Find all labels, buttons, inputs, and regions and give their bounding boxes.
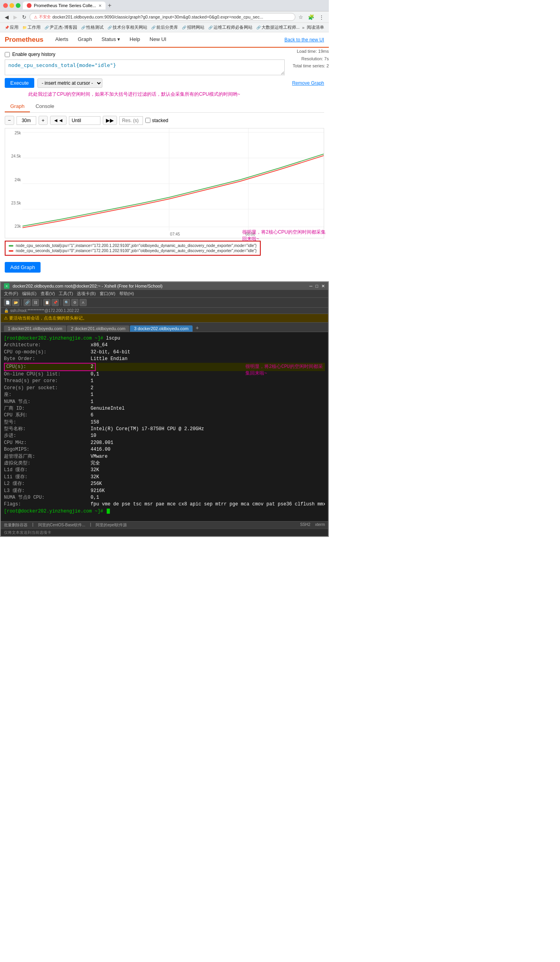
until-input[interactable] xyxy=(69,116,100,125)
back-to-new-ui-link[interactable]: Back to the new UI xyxy=(284,37,324,43)
toolbar-disconnect-icon[interactable]: ⛓ xyxy=(32,299,39,306)
tab-close-icon[interactable]: ✕ xyxy=(98,4,102,8)
execute-button[interactable]: Execute xyxy=(5,78,34,88)
menu-icon[interactable]: ⋮ xyxy=(317,13,326,21)
enable-history-checkbox[interactable] xyxy=(5,52,10,57)
stacked-label[interactable]: stacked xyxy=(145,118,168,123)
term-tab-0[interactable]: 1 docker201.oldboyedu.com xyxy=(4,325,66,332)
toolbar-paste-icon[interactable]: 📌 xyxy=(52,299,59,306)
terminal-body[interactable]: [root@docker202.yinzhengjie.com ~]# lscp… xyxy=(1,332,328,521)
nav-graph[interactable]: Graph xyxy=(73,32,96,47)
footer-ssh2: SSH2 xyxy=(300,522,310,528)
lscpu-row-cores: Core(s) per socket:2 xyxy=(4,385,325,392)
reload-btn[interactable]: ↻ xyxy=(20,13,28,21)
remove-graph-link[interactable]: Remove Graph xyxy=(292,80,324,86)
terminal-maximize-btn[interactable]: □ xyxy=(315,284,318,288)
y-label-3: 23.5k xyxy=(6,201,21,205)
toolbar-new-icon[interactable]: 📄 xyxy=(4,299,11,306)
menu-view[interactable]: 查看(V) xyxy=(41,291,55,297)
lscpu-row-stepping: 步进:10 xyxy=(4,433,325,439)
menu-tabs[interactable]: 选项卡(B) xyxy=(77,291,96,297)
warning-text: 要活动当前会话，点击左侧的箭头标记。 xyxy=(9,316,87,320)
footer-item-1[interactable]: 阿里的CentOS-Base软件... xyxy=(38,522,85,528)
browser-chrome: Prometheus Time Series Colle... ✕ + ◀ ▶ … xyxy=(0,0,329,32)
bookmark-tech[interactable]: 🔗技术分享相关网站 xyxy=(106,24,149,31)
time-forward-btn[interactable]: ▶▶ xyxy=(103,116,117,125)
menu-help[interactable]: 帮助(H) xyxy=(119,291,134,297)
toolbar-connect-icon[interactable]: 🔗 xyxy=(24,299,31,306)
metric-insert-select[interactable]: - insert metric at cursor - xyxy=(37,78,102,88)
url-display[interactable]: docker201.oldboyedu.com:9090/classic/gra… xyxy=(52,15,291,19)
footer-sep1: | xyxy=(90,522,91,528)
terminal-favicon: X xyxy=(4,283,9,289)
nav-status[interactable]: Status ▾ xyxy=(97,32,125,47)
bookmark-category[interactable]: 🔗前后分类库 xyxy=(150,24,180,31)
tab-graph[interactable]: Graph xyxy=(5,101,30,112)
legend-color-0 xyxy=(9,245,13,247)
chart-svg xyxy=(22,128,324,231)
toolbar-copy-icon[interactable]: 📋 xyxy=(43,299,50,306)
terminal-minimize-btn[interactable]: ─ xyxy=(310,284,313,288)
menu-file[interactable]: 文件(F) xyxy=(4,291,18,297)
menu-edit[interactable]: 编辑(E) xyxy=(22,291,37,297)
lscpu-row-virttype: 虚拟化类型:完全 xyxy=(4,460,325,467)
legend-label-1: node_cpu_seconds_total{cpu="0",instance=… xyxy=(16,249,257,253)
query-textarea[interactable]: node_cpu_seconds_total{mode="idle"} xyxy=(5,59,285,75)
ssh-warning: ⚠ 要活动当前会话，点击左侧的箭头标记。 xyxy=(1,314,328,323)
terminal-close-btn[interactable]: ✕ xyxy=(321,284,325,289)
zoom-out-btn[interactable]: − xyxy=(5,116,14,125)
forward-btn[interactable]: ▶ xyxy=(12,13,19,21)
extensions-icon[interactable]: 🧩 xyxy=(306,13,316,21)
toolbar-open-icon[interactable]: 📂 xyxy=(12,299,19,306)
add-graph-button[interactable]: Add Graph xyxy=(5,262,41,273)
back-btn[interactable]: ◀ xyxy=(3,13,10,21)
res-input[interactable] xyxy=(119,116,143,125)
zoom-in-btn[interactable]: + xyxy=(39,116,48,125)
term-tab-2[interactable]: 3 docker202.oldboyedu.com xyxy=(130,325,192,332)
legend-item-1: node_cpu_seconds_total{cpu="0",instance=… xyxy=(9,248,257,253)
cursor xyxy=(107,509,110,514)
lock-icon: ⚠ xyxy=(34,15,37,19)
warning-icon: ⚠ xyxy=(4,316,8,320)
nav-help[interactable]: Help xyxy=(125,32,145,47)
star-icon[interactable]: ☆ xyxy=(297,13,305,21)
lscpu-row-mhz: CPU MHz:2208.001 xyxy=(4,440,325,446)
execute-row: Execute - insert metric at cursor - Remo… xyxy=(5,78,324,88)
lscpu-row-opmode: CPU op-mode(s):32-bit, 64-bit xyxy=(4,349,325,356)
not-secure-label: 不安全 xyxy=(39,14,51,20)
footer-item-0[interactable]: 批量删除容器 xyxy=(4,522,28,528)
lscpu-final-prompt: [root@docker202.yinzhengjie.com ~]# xyxy=(4,508,325,515)
footer-item-2[interactable]: 阿里的epel软件源 xyxy=(96,522,127,528)
time-back-btn[interactable]: ◄◄ xyxy=(50,116,67,125)
toolbar-settings-icon[interactable]: ⚙ xyxy=(71,299,78,306)
bookmark-apps[interactable]: 📌应用 xyxy=(3,24,20,31)
lscpu-row-model: 型号:158 xyxy=(4,419,325,426)
nav-newui[interactable]: New UI xyxy=(145,32,171,47)
lscpu-row-l1i: L1i 缓存:32K xyxy=(4,474,325,481)
toolbar-search-icon[interactable]: 🔍 xyxy=(63,299,70,306)
term-tab-add-btn[interactable]: + xyxy=(193,324,201,332)
new-tab-btn[interactable]: + xyxy=(108,2,111,9)
menu-window[interactable]: 窗口(W) xyxy=(100,291,115,297)
toolbar-font-icon[interactable]: A xyxy=(80,299,87,306)
nav-alerts[interactable]: Alerts xyxy=(50,32,73,47)
query-history-row: Enable query history xyxy=(5,52,324,57)
term-tab-1[interactable]: 2 docker201.oldboyedu.com xyxy=(67,325,129,332)
query-textarea-wrapper: node_cpu_seconds_total{mode="idle"} xyxy=(5,59,285,76)
stacked-checkbox[interactable] xyxy=(145,118,150,123)
right-annotation: 很明显，将2核心CPU的空闲时间都采集回来啦~ xyxy=(242,229,329,242)
bookmark-ops[interactable]: 🔗运维工程师必备网站 xyxy=(207,24,254,31)
bookmark-jobs[interactable]: 🔗招聘网站 xyxy=(180,24,206,31)
bookmark-bigdata[interactable]: 🔗大数据运维工程师... xyxy=(255,24,301,31)
bookmark-blog[interactable]: 🔗尹正杰-博客园 xyxy=(43,24,79,31)
tab-console[interactable]: Console xyxy=(30,101,60,112)
toolbar-sep2 xyxy=(41,299,41,306)
bookmark-more[interactable]: » xyxy=(302,25,304,30)
bookmark-personality[interactable]: 🔗性格测试 xyxy=(80,24,105,31)
menu-tools[interactable]: 工具(T) xyxy=(59,291,73,297)
bookmark-work[interactable]: 📁工作用 xyxy=(21,24,42,31)
lscpu-row-l3: L3 缓存:9216K xyxy=(4,488,325,494)
bookmark-reading[interactable]: 阅读清单 xyxy=(305,24,326,31)
range-input[interactable] xyxy=(17,116,36,125)
lscpu-row-l2: L2 缓存:256K xyxy=(4,481,325,487)
